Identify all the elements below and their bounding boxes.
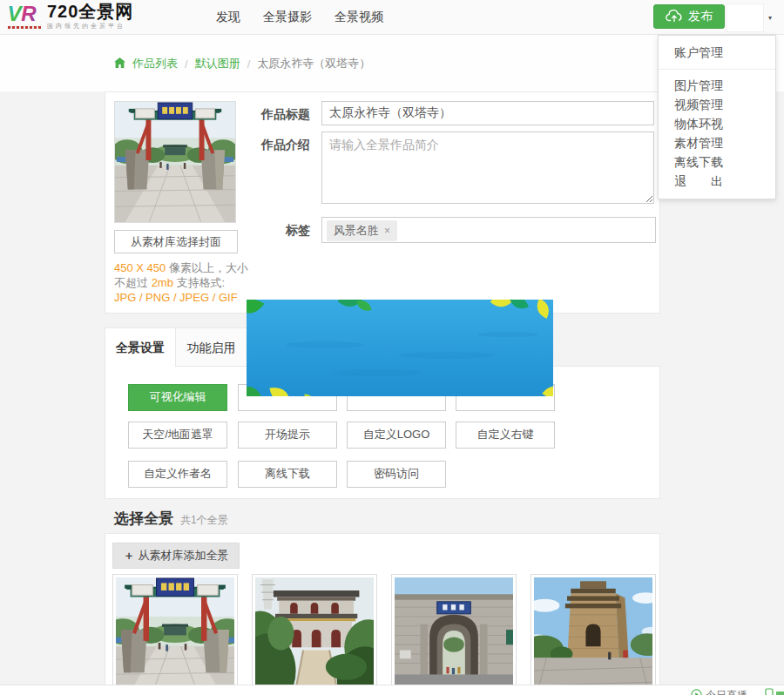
breadcrumb-current: 太原永祚寺（双塔寺） (257, 56, 370, 71)
pano-thumbnail-gate[interactable] (391, 574, 517, 695)
breadcrumb-works-list[interactable]: 作品列表 (132, 56, 178, 71)
tags-label: 标签 (227, 223, 310, 239)
custom-rightclick-button[interactable]: 自定义右键 (456, 422, 555, 449)
live-today-label: 今日直播 (706, 688, 747, 695)
main-nav: 发现 全景摄影 全景视频 (216, 0, 383, 35)
cover-image[interactable] (114, 101, 236, 223)
site-title: 720全景网 (47, 3, 133, 20)
breadcrumb: 作品列表 / 默认图册 / 太原永祚寺（双塔寺） (114, 56, 370, 71)
breadcrumb-separator: / (247, 57, 251, 71)
navbar: V R 720全景网 国内领先的全景平台 发现 全景摄影 全景视频 发布 ▾ (0, 0, 784, 35)
custom-logo-button[interactable]: 自定义LOGO (347, 422, 446, 449)
tab-feature-enable[interactable]: 功能启用 (176, 327, 247, 367)
offline-download-button[interactable]: 离线下载 (238, 461, 337, 488)
avatar[interactable] (726, 3, 764, 32)
plus-icon: ＋ (124, 549, 135, 562)
cover-hint-text: 450 X 450 像素以上，大小不超过 2mb 支持格式: JPG / PNG… (114, 260, 248, 305)
menu-divider (659, 69, 775, 70)
vr-logo-icon: V R (7, 3, 42, 29)
custom-author-button[interactable]: 自定义作者名 (128, 461, 227, 488)
breadcrumb-album[interactable]: 默认图册 (195, 56, 240, 71)
chevron-down-icon[interactable]: ▾ (768, 14, 772, 22)
description-label: 作品介绍 (227, 138, 310, 153)
add-pano-button[interactable]: ＋从素材库添加全景 (112, 543, 240, 569)
vr-logo-subtext (8, 26, 41, 29)
menu-item-object[interactable]: 物体环视 (659, 114, 775, 133)
work-edit-panel: 从素材库选择封面 450 X 450 像素以上，大小不超过 2mb 支持格式: … (105, 91, 660, 314)
pano-thumbnail-temple[interactable] (252, 574, 377, 695)
publish-button-label: 发布 (688, 9, 713, 24)
bottom-toolbar: 今日直播 (0, 685, 784, 695)
visual-edit-button[interactable]: 可视化编辑 (128, 384, 227, 411)
live-today-link[interactable]: 今日直播 (691, 688, 747, 695)
pano-thumbnail-archway[interactable] (112, 574, 238, 695)
mobile-link-badge (776, 692, 784, 695)
vr-logo-r: R (21, 3, 37, 25)
account-dropdown-menu: 账户管理 图片管理 视频管理 物体环视 素材管理 离线下载 退 出 (658, 35, 776, 199)
menu-item-offline[interactable]: 离线下载 (659, 152, 775, 172)
sky-ground-mask-button[interactable]: 天空/地面遮罩 (128, 422, 227, 449)
opening-tip-button[interactable]: 开场提示 (238, 422, 337, 449)
menu-item-images[interactable]: 图片管理 (659, 76, 775, 95)
pano-count: 共1个全景 (180, 514, 228, 526)
mobile-link[interactable] (765, 688, 784, 695)
user-menu[interactable]: ▾ (726, 3, 772, 32)
breadcrumb-separator: / (185, 57, 188, 71)
play-circle-icon (691, 689, 702, 695)
home-icon[interactable] (114, 57, 125, 71)
title-input[interactable] (321, 101, 654, 125)
menu-item-materials[interactable]: 素材管理 (659, 133, 775, 152)
select-pano-heading: 选择全景共1个全景 (114, 509, 228, 529)
publish-button[interactable]: 发布 (653, 4, 725, 29)
title-label: 作品标题 (227, 107, 310, 123)
cloud-upload-icon (666, 9, 683, 25)
site-logo[interactable]: V R 720全景网 国内领先的全景平台 (7, 3, 133, 29)
nav-item-discover[interactable]: 发现 (216, 10, 240, 25)
menu-item-videos[interactable]: 视频管理 (659, 95, 775, 114)
phone-icon (765, 688, 774, 695)
pano-thumbnails (112, 574, 656, 695)
choose-cover-button[interactable]: 从素材库选择封面 (114, 230, 238, 253)
site-tagline: 国内领先的全景平台 (47, 23, 133, 29)
menu-item-logout[interactable]: 退 出 (659, 172, 775, 191)
tag-chip: 风景名胜× (327, 220, 397, 241)
menu-item-account[interactable]: 账户管理 (659, 36, 775, 69)
nav-item-video[interactable]: 全景视频 (335, 10, 383, 25)
tab-pano-settings[interactable]: 全景设置 (105, 327, 176, 367)
tags-input[interactable]: 风景名胜× (321, 217, 656, 243)
password-access-button[interactable]: 密码访问 (347, 461, 446, 488)
pano-thumbnail-pagoda[interactable] (531, 574, 656, 695)
tag-remove-icon[interactable]: × (384, 225, 390, 237)
pano-list-panel: ＋从素材库添加全景 (105, 533, 660, 695)
nav-item-photography[interactable]: 全景摄影 (263, 10, 312, 25)
promo-banner-overlay[interactable] (247, 300, 553, 396)
description-textarea[interactable] (321, 132, 654, 204)
